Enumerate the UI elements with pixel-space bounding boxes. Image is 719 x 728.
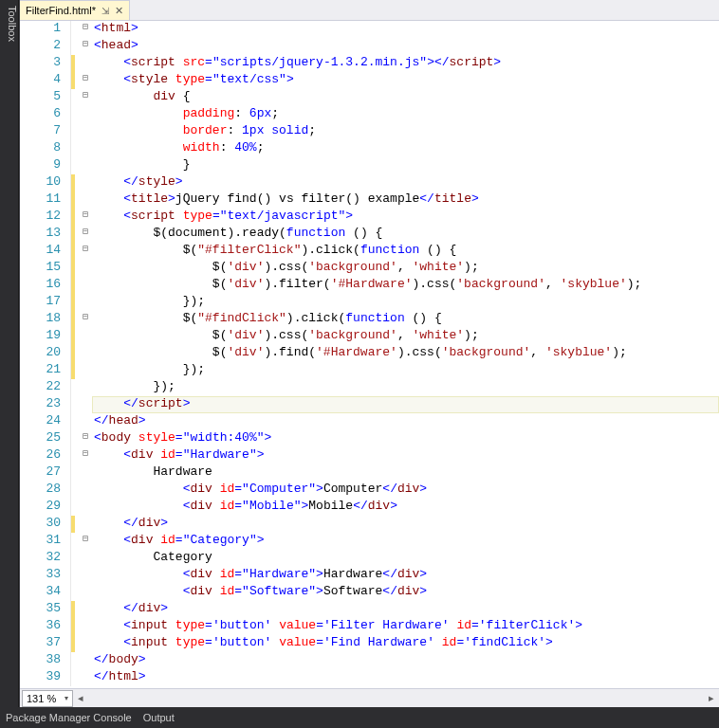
code-line[interactable]: 38</body> <box>20 652 719 669</box>
code-line[interactable]: 14⊟ $("#filterClick").click(function () … <box>20 243 719 260</box>
fold-toggle[interactable]: ⊟ <box>79 243 92 260</box>
fold-toggle[interactable]: ⊟ <box>79 72 92 89</box>
code-text[interactable]: $(document).ready(function () { <box>92 226 719 243</box>
code-text[interactable]: $('div').find('#Hardware').css('backgrou… <box>92 345 719 362</box>
code-text[interactable]: Category <box>92 550 719 567</box>
code-text[interactable]: <div id="Mobile">Mobile</div> <box>92 499 719 516</box>
code-line[interactable]: 17 }); <box>20 294 719 311</box>
code-text[interactable]: $("#filterClick").click(function () { <box>92 243 719 260</box>
code-line[interactable]: 32 Category <box>20 550 719 567</box>
code-text[interactable]: </div> <box>92 601 719 618</box>
code-text[interactable]: <input type='button' value='Filter Hardw… <box>92 618 719 635</box>
code-line[interactable]: 39</html> <box>20 669 719 686</box>
code-line[interactable]: 24</head> <box>20 413 719 430</box>
code-text[interactable]: $('div').css('background', 'white'); <box>92 328 719 345</box>
code-text[interactable]: <script type="text/javascript"> <box>92 209 719 226</box>
code-line[interactable]: 30 </div> <box>20 516 719 533</box>
code-text[interactable]: <input type='button' value='Find Hardwar… <box>92 635 719 652</box>
pin-icon[interactable]: ⇲ <box>101 6 109 16</box>
code-line[interactable]: 22 }); <box>20 379 719 396</box>
code-text[interactable]: }); <box>92 379 719 396</box>
code-line[interactable]: 26⊟ <div id="Hardware"> <box>20 447 719 464</box>
fold-toggle[interactable]: ⊟ <box>79 21 92 38</box>
code-line[interactable]: 4⊟ <style type="text/css"> <box>20 72 719 89</box>
code-text[interactable]: border: 1px solid; <box>92 123 719 140</box>
tab-filterfind[interactable]: FilterFind.html* ⇲ ✕ <box>20 0 130 20</box>
close-icon[interactable]: ✕ <box>115 5 123 17</box>
code-text[interactable]: } <box>92 157 719 174</box>
code-line[interactable]: 27 Hardware <box>20 464 719 482</box>
code-line[interactable]: 9 } <box>20 157 719 174</box>
code-line[interactable]: 7 border: 1px solid; <box>20 123 719 140</box>
code-text[interactable]: <style type="text/css"> <box>92 72 719 89</box>
status-pmc[interactable]: Package Manager Console <box>6 712 132 723</box>
code-line[interactable]: 37 <input type='button' value='Find Hard… <box>20 635 719 652</box>
status-output[interactable]: Output <box>143 712 175 723</box>
toolbox-panel[interactable]: Toolbox <box>0 0 19 707</box>
code-line[interactable]: 10 </style> <box>20 174 719 191</box>
code-line[interactable]: 12⊟ <script type="text/javascript"> <box>20 209 719 226</box>
code-line[interactable]: 35 </div> <box>20 601 719 618</box>
zoom-dropdown[interactable]: 131 % ▾ <box>22 690 73 707</box>
code-text[interactable]: </head> <box>92 413 719 430</box>
code-line[interactable]: 13⊟ $(document).ready(function () { <box>20 226 719 243</box>
code-line[interactable]: 28 <div id="Computer">Computer</div> <box>20 482 719 499</box>
code-text[interactable]: <div id="Hardware">Hardware</div> <box>92 567 719 584</box>
code-line[interactable]: 31⊟ <div id="Category"> <box>20 533 719 550</box>
code-editor[interactable]: 1⊟<html>2⊟<head>3 <script src="scripts/j… <box>20 21 719 688</box>
code-line[interactable]: 8 width: 40%; <box>20 140 719 157</box>
code-text[interactable]: </html> <box>92 669 719 686</box>
code-text[interactable]: padding: 6px; <box>92 106 719 123</box>
code-line[interactable]: 36 <input type='button' value='Filter Ha… <box>20 618 719 635</box>
code-line[interactable]: 2⊟<head> <box>20 38 719 55</box>
code-text[interactable]: </style> <box>92 174 719 191</box>
code-text[interactable]: <div id="Hardware"> <box>92 447 719 464</box>
code-line[interactable]: 34 <div id="Software">Software</div> <box>20 584 719 601</box>
code-line[interactable]: 29 <div id="Mobile">Mobile</div> <box>20 499 719 516</box>
code-text[interactable]: <script src="scripts/jquery-1.3.2.min.js… <box>92 55 719 72</box>
code-text[interactable]: <title>jQuery find() vs filter() example… <box>92 191 719 209</box>
code-line[interactable]: 6 padding: 6px; <box>20 106 719 123</box>
fold-toggle[interactable]: ⊟ <box>79 447 92 464</box>
fold-toggle[interactable]: ⊟ <box>79 430 92 447</box>
code-line[interactable]: 15 $('div').css('background', 'white'); <box>20 260 719 277</box>
code-text[interactable]: </body> <box>92 652 719 669</box>
scroll-left-icon[interactable]: ◂ <box>73 692 88 704</box>
code-text[interactable]: $("#findClick").click(function () { <box>92 311 719 328</box>
code-line[interactable]: 16 $('div').filter('#Hardware').css('bac… <box>20 277 719 294</box>
code-line[interactable]: 21 }); <box>20 362 719 379</box>
code-text[interactable]: $('div').css('background', 'white'); <box>92 260 719 277</box>
code-text[interactable]: </script> <box>92 396 719 413</box>
code-text[interactable]: </div> <box>92 516 719 533</box>
code-line[interactable]: 25⊟<body style="width:40%"> <box>20 430 719 447</box>
fold-toggle[interactable]: ⊟ <box>79 89 92 106</box>
code-line[interactable]: 18⊟ $("#findClick").click(function () { <box>20 311 719 328</box>
code-line[interactable]: 19 $('div').css('background', 'white'); <box>20 328 719 345</box>
code-text[interactable]: <div id="Computer">Computer</div> <box>92 482 719 499</box>
code-line[interactable]: 1⊟<html> <box>20 21 719 38</box>
code-text[interactable]: <html> <box>92 21 719 38</box>
code-text[interactable]: $('div').filter('#Hardware').css('backgr… <box>92 277 719 294</box>
code-text[interactable]: width: 40%; <box>92 140 719 157</box>
fold-toggle[interactable]: ⊟ <box>79 226 92 243</box>
code-line[interactable]: 33 <div id="Hardware">Hardware</div> <box>20 567 719 584</box>
fold-toggle[interactable]: ⊟ <box>79 209 92 226</box>
code-text[interactable]: <div id="Category"> <box>92 533 719 550</box>
code-line[interactable]: 23 </script> <box>20 396 719 413</box>
code-line[interactable]: 11 <title>jQuery find() vs filter() exam… <box>20 191 719 209</box>
fold-toggle[interactable]: ⊟ <box>79 38 92 55</box>
code-text[interactable]: <head> <box>92 38 719 55</box>
code-line[interactable]: 20 $('div').find('#Hardware').css('backg… <box>20 345 719 362</box>
chevron-down-icon[interactable]: ▾ <box>65 694 68 702</box>
code-text[interactable]: Hardware <box>92 464 719 482</box>
code-line[interactable]: 5⊟ div { <box>20 89 719 106</box>
code-text[interactable]: <body style="width:40%"> <box>92 430 719 447</box>
fold-toggle[interactable]: ⊟ <box>79 533 92 550</box>
code-line[interactable]: 3 <script src="scripts/jquery-1.3.2.min.… <box>20 55 719 72</box>
code-text[interactable]: }); <box>92 294 719 311</box>
code-text[interactable]: div { <box>92 89 719 106</box>
code-text[interactable]: <div id="Software">Software</div> <box>92 584 719 601</box>
scroll-right-icon[interactable]: ▸ <box>704 692 719 704</box>
code-text[interactable]: }); <box>92 362 719 379</box>
fold-toggle[interactable]: ⊟ <box>79 311 92 328</box>
